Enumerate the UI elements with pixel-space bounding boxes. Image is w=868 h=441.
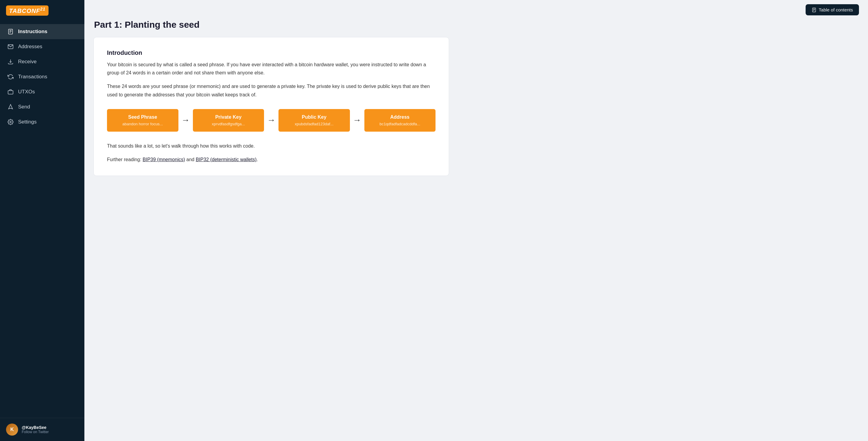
file-text-icon bbox=[7, 28, 14, 35]
send-icon bbox=[7, 104, 14, 110]
sidebar-item-label-addresses: Addresses bbox=[18, 44, 42, 50]
flow-box-privatekey-title: Private Key bbox=[199, 115, 258, 120]
flow-box-privatekey: Private Key xprvdfasdfgsdfga... bbox=[193, 109, 264, 132]
flow-box-address-title: Address bbox=[371, 115, 429, 120]
flow-box-publickey-sub: xpubdsfadfad123daf... bbox=[285, 122, 343, 126]
svg-rect-9 bbox=[812, 8, 815, 12]
avatar-image: K bbox=[6, 423, 18, 436]
flow-box-address: Address bc1qdfadfadcadcddfa... bbox=[364, 109, 436, 132]
sidebar-item-receive[interactable]: Receive bbox=[0, 54, 84, 69]
svg-marker-7 bbox=[8, 104, 12, 109]
footer-username: @KayBeSee bbox=[22, 425, 49, 430]
flow-box-publickey-title: Public Key bbox=[285, 115, 343, 120]
flow-box-publickey: Public Key xpubdsfadfad123daf... bbox=[278, 109, 350, 132]
flow-box-seed-sub: abandon horror focus... bbox=[114, 122, 172, 126]
sidebar-item-label-send: Send bbox=[18, 104, 30, 110]
sidebar-item-utxos[interactable]: UTXOs bbox=[0, 84, 84, 99]
flow-box-seed-title: Seed Phrase bbox=[114, 115, 172, 120]
settings-icon bbox=[7, 119, 14, 125]
flow-box-seed: Seed Phrase abandon horror focus... bbox=[107, 109, 179, 132]
further-reading: Further reading: BIP39 (mnemonics) and B… bbox=[107, 155, 435, 164]
page-title: Part 1: Planting the seed bbox=[93, 20, 859, 30]
sidebar-item-label-instructions: Instructions bbox=[18, 29, 47, 35]
sidebar-item-label-transactions: Transactions bbox=[18, 74, 47, 80]
svg-rect-0 bbox=[8, 29, 12, 34]
logo-badge: TABCONF21 bbox=[6, 5, 49, 15]
walk-through-text: That sounds like a lot, so let's walk th… bbox=[107, 142, 435, 150]
sidebar-item-label-receive: Receive bbox=[18, 59, 36, 65]
intro-heading: Introduction bbox=[107, 50, 435, 56]
topbar: Table of contents bbox=[84, 0, 868, 20]
logo-num: 21 bbox=[40, 7, 45, 11]
refresh-icon bbox=[7, 73, 14, 80]
sidebar-item-send[interactable]: Send bbox=[0, 99, 84, 115]
sidebar: TABCONF21 Instructions Addresses Receive bbox=[0, 0, 84, 441]
toc-button[interactable]: Table of contents bbox=[806, 4, 859, 15]
sidebar-footer: K @KayBeSee Follow on Twitter bbox=[0, 418, 84, 441]
download-icon bbox=[7, 58, 14, 65]
svg-point-8 bbox=[10, 121, 11, 123]
footer-text: @KayBeSee Follow on Twitter bbox=[22, 425, 49, 434]
arrow-2: → bbox=[264, 115, 278, 125]
mail-icon bbox=[7, 43, 14, 50]
sidebar-item-transactions[interactable]: Transactions bbox=[0, 69, 84, 84]
main-card: Introduction Your bitcoin is secured by … bbox=[93, 37, 449, 176]
further-period: . bbox=[256, 157, 258, 162]
sidebar-item-label-settings: Settings bbox=[18, 119, 36, 125]
avatar: K bbox=[6, 423, 18, 436]
main-content: Table of contents Part 1: Planting the s… bbox=[84, 0, 868, 441]
further-reading-prefix: Further reading: bbox=[107, 157, 143, 162]
arrow-1: → bbox=[179, 115, 193, 125]
flow-box-privatekey-sub: xprvdfasdfgsdfga... bbox=[199, 122, 258, 126]
footer-follow: Follow on Twitter bbox=[22, 430, 49, 434]
document-icon bbox=[812, 7, 816, 12]
toc-button-label: Table of contents bbox=[819, 7, 853, 12]
sidebar-item-addresses[interactable]: Addresses bbox=[0, 39, 84, 54]
bip32-link[interactable]: BIP32 (deterministic wallets) bbox=[195, 157, 256, 162]
briefcase-icon bbox=[7, 89, 14, 95]
arrow-3: → bbox=[350, 115, 364, 125]
sidebar-item-instructions[interactable]: Instructions bbox=[0, 24, 84, 39]
sidebar-item-label-utxos: UTXOs bbox=[18, 89, 35, 95]
bip39-link[interactable]: BIP39 (mnemonics) bbox=[143, 157, 185, 162]
flow-diagram: Seed Phrase abandon horror focus... → Pr… bbox=[107, 109, 435, 132]
logo: TABCONF21 bbox=[0, 0, 84, 21]
svg-rect-5 bbox=[8, 90, 13, 94]
flow-box-address-sub: bc1qdfadfadcadcddfa... bbox=[371, 122, 429, 126]
content-area: Part 1: Planting the seed Introduction Y… bbox=[84, 20, 868, 188]
sidebar-nav: Instructions Addresses Receive Transacti… bbox=[0, 21, 84, 418]
intro-para-1: Your bitcoin is secured by what is calle… bbox=[107, 61, 435, 77]
sidebar-item-settings[interactable]: Settings bbox=[0, 115, 84, 129]
intro-para-2: These 24 words are your seed phrase (or … bbox=[107, 82, 435, 98]
further-and: and bbox=[185, 157, 196, 162]
